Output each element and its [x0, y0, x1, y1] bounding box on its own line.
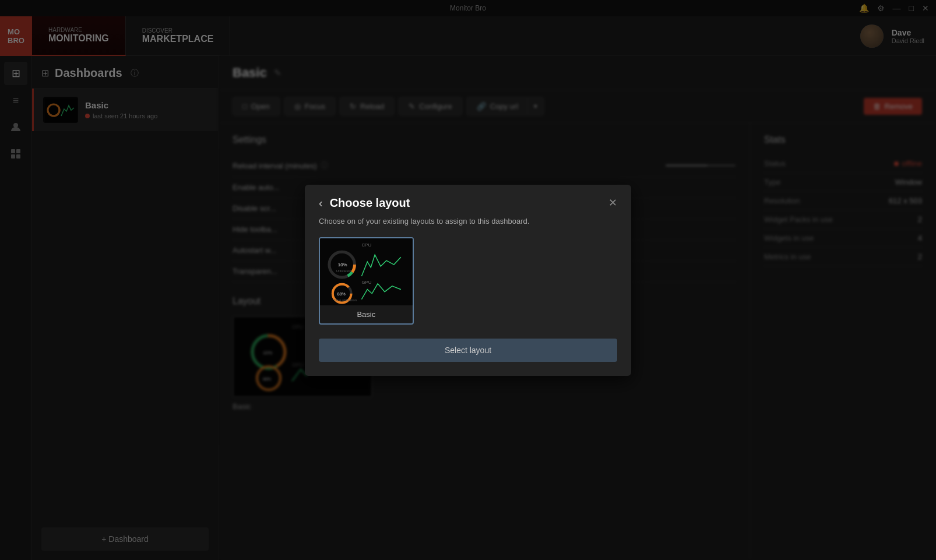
choose-layout-modal: ‹ Choose layout ✕ Choose on of your exis… [305, 185, 631, 376]
modal-back-button[interactable]: ‹ [319, 196, 323, 210]
svg-text:10%: 10% [338, 262, 347, 267]
svg-text:88%: 88% [337, 291, 346, 295]
svg-text:Core utilization: Core utilization [334, 298, 357, 301]
svg-text:CPU: CPU [361, 242, 371, 248]
layout-card-basic-thumb: CPU 10% Utilization GPU 88% Core utiliza… [320, 238, 413, 305]
layout-grid: CPU 10% Utilization GPU 88% Core utiliza… [319, 237, 617, 325]
modal-title: Choose layout [330, 196, 410, 210]
modal-description: Choose on of your existing layouts to as… [319, 217, 617, 226]
modal-header: ‹ Choose layout ✕ [305, 185, 631, 217]
layout-card-basic[interactable]: CPU 10% Utilization GPU 88% Core utiliza… [319, 237, 414, 325]
svg-text:Utilization: Utilization [336, 269, 351, 272]
select-layout-button[interactable]: Select layout [319, 339, 617, 362]
layout-card-basic-name: Basic [320, 305, 413, 323]
svg-text:GPU: GPU [361, 279, 371, 284]
modal-close-button[interactable]: ✕ [608, 198, 617, 208]
modal-body: Choose on of your existing layouts to as… [305, 217, 631, 376]
